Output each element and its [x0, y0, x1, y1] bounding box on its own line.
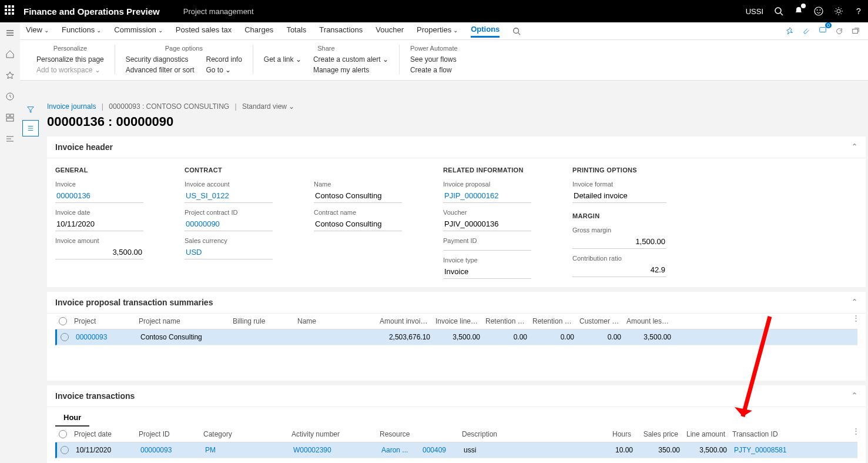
svg-point-0 — [775, 8, 781, 14]
tab-voucher[interactable]: Voucher — [376, 25, 404, 36]
contract-name-field[interactable]: Contoso Consulting — [314, 217, 402, 231]
view-selector[interactable]: Standard view ⌄ — [242, 102, 294, 111]
voucher-field[interactable]: PJIV_00000136 — [443, 217, 531, 231]
name-field[interactable]: Contoso Consulting — [314, 189, 402, 203]
table-row[interactable]: 10/11/2020 00000093 PM W00002390 Aaron .… — [55, 442, 857, 458]
go-to[interactable]: Go to ⌄ — [206, 66, 242, 74]
popout-icon[interactable] — [852, 27, 860, 35]
tab-totals[interactable]: Totals — [286, 25, 306, 36]
pin-icon[interactable] — [786, 27, 794, 35]
svg-line-8 — [518, 32, 521, 35]
ribbon-group-power-automate: Power Automate — [410, 45, 458, 52]
tab-transactions[interactable]: Transactions — [319, 25, 363, 36]
contribution-ratio-field[interactable]: 42.9 — [572, 263, 666, 277]
row-radio[interactable] — [61, 446, 69, 454]
recent-icon[interactable] — [5, 92, 15, 101]
invoice-type-field[interactable]: Invoice — [443, 265, 531, 279]
see-your-flows[interactable]: See your flows — [410, 55, 457, 64]
invoice-field[interactable]: 00000136 — [55, 189, 143, 203]
svg-point-5 — [837, 9, 840, 13]
tab-properties[interactable]: Properties⌄ — [417, 25, 458, 36]
payment-id-field[interactable] — [443, 245, 531, 251]
ribbon-group-share: Share — [264, 45, 388, 52]
svg-text:?: ? — [856, 6, 861, 16]
refresh-icon[interactable] — [835, 27, 843, 35]
breadcrumb: Invoice journals | 00000093 : CONTOSO CO… — [47, 98, 866, 113]
gross-margin-field[interactable]: 1,500.00 — [572, 235, 666, 249]
hamburger-icon[interactable] — [5, 28, 15, 38]
gear-icon[interactable] — [834, 6, 843, 16]
table-row[interactable]: 00000093 Contoso Consulting 2,503,676.10… — [55, 329, 857, 345]
tab-options[interactable]: Options — [471, 25, 500, 38]
modules-icon[interactable] — [5, 134, 15, 144]
tab-posted-sales-tax[interactable]: Posted sales tax — [176, 25, 232, 36]
page-title: 00000136 : 00000090 — [47, 113, 866, 136]
record-info[interactable]: Record info — [206, 55, 242, 64]
star-icon[interactable] — [5, 71, 15, 80]
tab-charges[interactable]: Charges — [244, 25, 273, 36]
invoice-account-field[interactable]: US_SI_0122 — [185, 189, 273, 203]
messages-icon[interactable] — [819, 26, 827, 36]
project-contract-id-field[interactable]: 00000090 — [185, 217, 273, 231]
svg-rect-13 — [11, 114, 14, 117]
ribbon-group-page-options: Page options — [126, 45, 242, 52]
svg-line-1 — [780, 13, 783, 15]
module-name[interactable]: Project management — [183, 7, 254, 16]
select-all-radio[interactable] — [59, 317, 67, 325]
svg-rect-10 — [853, 29, 858, 33]
create-custom-alert[interactable]: Create a custom alert ⌄ — [313, 55, 388, 64]
grid-more-icon[interactable]: ⋮ — [852, 314, 860, 322]
help-icon[interactable]: ? — [854, 6, 863, 16]
section-invoice-header[interactable]: Invoice header⌃ — [47, 136, 866, 158]
subtab-hour[interactable]: Hour — [55, 407, 89, 427]
tab-functions[interactable]: Functions⌄ — [62, 25, 101, 36]
select-all-radio[interactable] — [59, 430, 67, 438]
create-a-flow[interactable]: Create a flow — [410, 66, 457, 74]
svg-rect-9 — [820, 28, 826, 32]
advanced-filter[interactable]: Advanced filter or sort — [126, 66, 195, 74]
tab-view[interactable]: View⌄ — [26, 25, 49, 36]
smiley-icon[interactable] — [814, 6, 823, 16]
svg-point-2 — [815, 7, 823, 15]
tab-commission[interactable]: Commission⌄ — [114, 25, 163, 36]
invoice-proposal-field[interactable]: PJIP_00000162 — [443, 189, 531, 203]
invoice-date-field[interactable]: 10/11/2020 — [55, 217, 143, 231]
notifications-icon[interactable] — [794, 6, 803, 17]
invoice-format-field[interactable]: Detailed invoice — [572, 189, 666, 203]
section-transactions[interactable]: Invoice transactions⌃ — [47, 385, 866, 407]
attach-icon[interactable] — [802, 27, 810, 35]
add-to-workspace[interactable]: Add to workspace ⌄ — [36, 66, 104, 74]
get-a-link[interactable]: Get a link ⌄ — [264, 55, 301, 64]
security-diagnostics[interactable]: Security diagnostics — [126, 55, 195, 64]
svg-point-3 — [817, 9, 818, 11]
manage-alerts[interactable]: Manage my alerts — [313, 66, 388, 74]
row-radio[interactable] — [61, 333, 69, 341]
svg-rect-14 — [6, 118, 14, 121]
search-icon[interactable] — [774, 6, 783, 16]
invoice-amount-field[interactable]: 3,500.00 — [55, 245, 143, 259]
home-icon[interactable] — [5, 49, 15, 59]
ribbon-group-personalize: Personalize — [36, 45, 104, 52]
sales-currency-field[interactable]: USD — [185, 245, 273, 259]
svg-point-7 — [514, 28, 519, 33]
section-summaries[interactable]: Invoice proposal transaction summaries⌃ — [47, 292, 866, 314]
personalize-page[interactable]: Personalize this page — [36, 55, 104, 64]
svg-rect-12 — [6, 114, 9, 117]
app-title: Finance and Operations Preview — [24, 6, 160, 16]
app-launcher-icon[interactable] — [5, 5, 16, 17]
breadcrumb-text: 00000093 : CONTOSO CONSULTING — [109, 102, 229, 111]
user-name[interactable]: USSI — [746, 7, 763, 16]
svg-point-4 — [820, 9, 821, 11]
breadcrumb-link[interactable]: Invoice journals — [47, 102, 96, 111]
search-inline-icon[interactable] — [512, 27, 521, 35]
workspace-icon[interactable] — [5, 113, 15, 122]
grid-more-icon[interactable]: ⋮ — [852, 427, 860, 435]
